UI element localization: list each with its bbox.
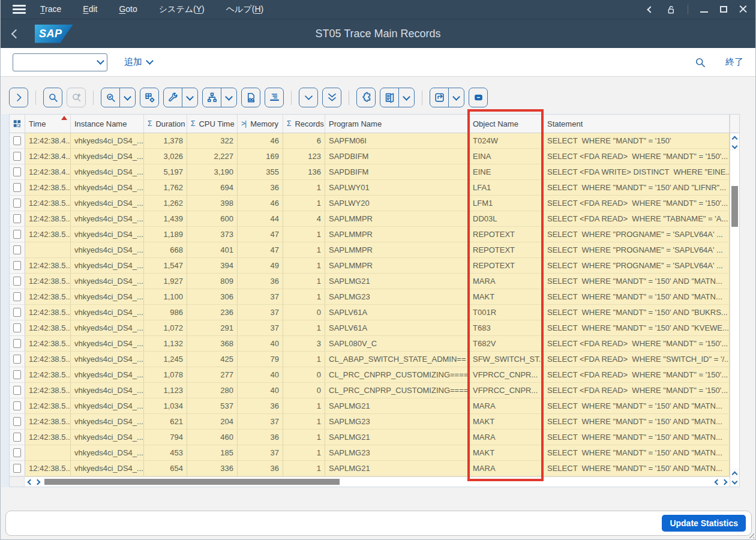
row-checkbox[interactable] xyxy=(13,261,21,270)
horizontal-scrollbar[interactable] xyxy=(10,476,730,487)
table-row[interactable]: 12:42:38.5... vhkyeds4ci_DS4_... 1,132 3… xyxy=(10,336,730,352)
transfer-button[interactable] xyxy=(430,88,464,107)
sort-button[interactable] xyxy=(265,88,284,107)
scroll-down-arrow[interactable] xyxy=(730,478,739,487)
unlock-icon[interactable] xyxy=(665,4,676,15)
row-checkbox[interactable] xyxy=(13,136,21,145)
horizontal-scroll-thumb[interactable] xyxy=(44,479,340,485)
dropdown-chevron[interactable] xyxy=(398,88,414,107)
display-details-button[interactable] xyxy=(101,88,136,107)
vertical-scroll-thumb[interactable] xyxy=(731,186,738,227)
column-header-object-name[interactable]: Object Name xyxy=(469,115,544,133)
trace-filter-combobox[interactable] xyxy=(13,53,107,71)
row-checkbox[interactable] xyxy=(13,417,21,426)
row-checkbox[interactable] xyxy=(13,152,21,161)
row-checkbox[interactable] xyxy=(13,370,21,379)
table-row[interactable]: 12:42:38.5... vhkyeds4ci_DS4_... 986 236… xyxy=(10,305,730,320)
table-row[interactable]: 12:42:38.5... vhkyeds4ci_DS4_... 1,547 3… xyxy=(10,258,730,274)
row-checkbox[interactable] xyxy=(13,323,21,332)
table-row[interactable]: 12:42:38.5... vhkyeds4ci_DS4_... 1,927 8… xyxy=(10,274,730,289)
row-checkbox[interactable] xyxy=(13,292,21,301)
find-button[interactable] xyxy=(43,88,62,107)
exit-button[interactable]: 終了 xyxy=(725,56,743,68)
column-header-time[interactable]: Time xyxy=(25,115,71,133)
table-row[interactable]: 12:42:38.5... vhkyeds4ci_DS4_... 1,072 2… xyxy=(10,320,730,336)
table-row[interactable]: 12:42:38.4... vhkyeds4ci_DS4_... 3,026 2… xyxy=(10,149,730,164)
select-all-header[interactable] xyxy=(10,115,25,133)
minimize-icon[interactable] xyxy=(700,11,708,13)
table-row[interactable]: 12:42:38.5... vhkyeds4ci_DS4_... 1,078 2… xyxy=(10,367,730,383)
expand-button[interactable] xyxy=(9,88,28,107)
table-row[interactable]: 12:42:38.5... vhkyeds4ci_DS4_... 1,034 5… xyxy=(10,398,730,414)
nav-back-icon[interactable] xyxy=(647,6,653,13)
row-checkbox[interactable] xyxy=(13,308,21,317)
table-row[interactable]: 12:42:38.5... vhkyeds4ci_DS4_... 794 460… xyxy=(10,430,730,445)
search-icon[interactable] xyxy=(694,56,706,68)
menu-item-edit[interactable]: Edit xyxy=(83,4,97,15)
dropdown-chevron[interactable] xyxy=(182,88,197,107)
table-row[interactable]: 12:42:38.4... vhkyeds4ci_DS4_... 1,378 3… xyxy=(10,133,730,149)
table-row[interactable]: vhkyeds4ci_DS4_... 668 401 47 1 SAPLMMPR… xyxy=(10,242,730,258)
table-row[interactable]: 12:42:38.4... vhkyeds4ci_DS4_... 5,197 3… xyxy=(10,164,730,180)
maximize-icon[interactable] xyxy=(720,6,727,13)
row-checkbox[interactable] xyxy=(13,464,21,473)
card-button[interactable] xyxy=(469,88,488,107)
find-next-button[interactable] xyxy=(67,88,86,107)
row-checkbox[interactable] xyxy=(13,448,21,457)
report-button[interactable] xyxy=(380,88,415,107)
row-checkbox[interactable] xyxy=(13,230,21,239)
column-header-instance[interactable]: Instance Name xyxy=(71,115,144,133)
preview-button[interactable] xyxy=(241,88,260,107)
menu-item-goto[interactable]: Goto xyxy=(119,4,137,15)
update-statistics-button[interactable]: Update Statistics xyxy=(662,515,746,532)
row-checkbox[interactable] xyxy=(13,183,21,192)
table-row[interactable]: 12:42:38.5... vhkyeds4ci_DS4_... 1,189 3… xyxy=(10,227,730,242)
column-header-statement[interactable]: Statement xyxy=(544,115,730,133)
table-row[interactable]: 12:42:38.5... vhkyeds4ci_DS4_... 1,123 2… xyxy=(10,383,730,398)
menu-item-help[interactable]: ヘルプ(H) xyxy=(226,4,263,15)
row-checkbox[interactable] xyxy=(13,339,21,348)
close-icon[interactable] xyxy=(739,5,747,13)
combo-input[interactable] xyxy=(17,58,98,67)
dropdown-chevron[interactable] xyxy=(221,88,236,107)
column-header-memory[interactable]: >|Memory xyxy=(238,115,283,133)
table-row[interactable]: 12:42:38.5... vhkyeds4ci_DS4_... 1,245 4… xyxy=(10,352,730,367)
column-header-records[interactable]: ΣRecords xyxy=(283,115,325,133)
scroll-right-arrow[interactable] xyxy=(721,477,730,487)
collapse-button[interactable] xyxy=(299,88,318,107)
row-checkbox[interactable] xyxy=(13,433,21,442)
hierarchy-button[interactable] xyxy=(202,88,237,107)
column-header-cpu-time[interactable]: ΣCPU Time xyxy=(187,115,238,133)
layout-settings-button[interactable] xyxy=(140,88,159,107)
column-header-program-name[interactable]: Program Name xyxy=(325,115,469,133)
collapse-all-button[interactable] xyxy=(322,88,341,107)
row-checkbox[interactable] xyxy=(13,167,21,176)
menu-item-system[interactable]: システム(Y) xyxy=(159,4,205,15)
row-checkbox[interactable] xyxy=(13,245,21,254)
row-checkbox[interactable] xyxy=(13,199,21,208)
scroll-right-arrow[interactable] xyxy=(34,477,43,487)
dropdown-chevron[interactable] xyxy=(119,88,135,107)
table-row[interactable]: 12:42:38.5... vhkyeds4ci_DS4_... 1,100 3… xyxy=(10,289,730,305)
menu-item-trace[interactable]: Trace xyxy=(40,4,61,15)
row-checkbox[interactable] xyxy=(13,277,21,286)
add-button[interactable]: 追加 xyxy=(124,56,152,68)
table-row[interactable]: 12:42:38.5... vhkyeds4ci_DS4_... 1,262 3… xyxy=(10,196,730,211)
table-row[interactable]: vhkyeds4ci_DS4_... 453 185 37 1 SAPLMG23… xyxy=(10,445,730,461)
scroll-up-arrow[interactable] xyxy=(730,469,739,478)
table-row[interactable]: 12:42:38.5... vhkyeds4ci_DS4_... 621 204… xyxy=(10,414,730,430)
scroll-left-arrow[interactable] xyxy=(25,477,34,487)
scroll-down-arrow[interactable] xyxy=(730,142,739,151)
scroll-up-arrow[interactable] xyxy=(730,133,739,142)
hamburger-menu-icon[interactable] xyxy=(13,5,26,14)
back-button[interactable] xyxy=(11,29,21,38)
vertical-scrollbar[interactable] xyxy=(730,115,739,487)
enhancement-button[interactable] xyxy=(356,88,376,107)
scroll-left-arrow[interactable] xyxy=(712,477,721,487)
row-checkbox[interactable] xyxy=(13,401,21,410)
dropdown-chevron[interactable] xyxy=(448,88,464,107)
row-checkbox[interactable] xyxy=(13,355,21,364)
table-row[interactable]: 12:42:38.5... vhkyeds4ci_DS4_... 1,439 6… xyxy=(10,211,730,227)
tools-button[interactable] xyxy=(163,88,198,107)
row-checkbox[interactable] xyxy=(13,386,21,395)
